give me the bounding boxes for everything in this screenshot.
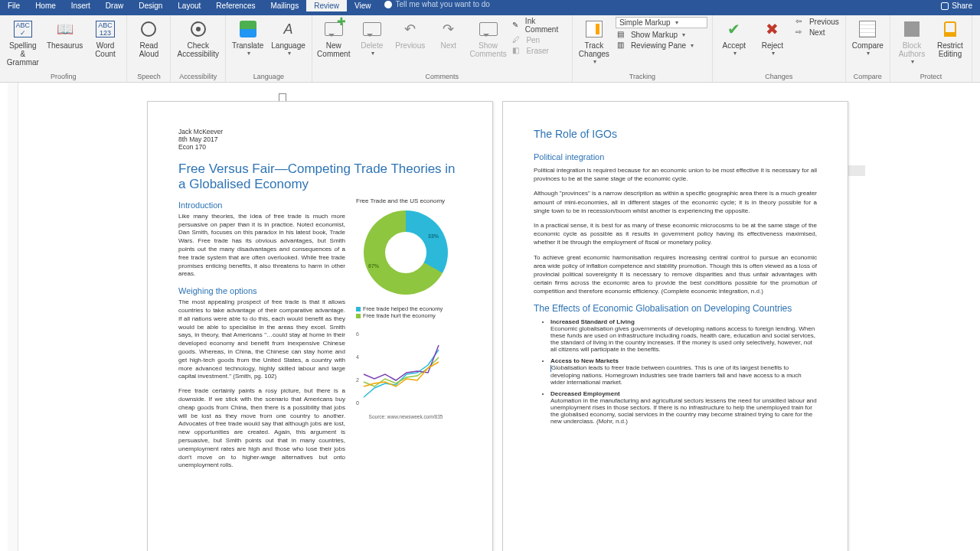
page-1[interactable]: Jack McKeever 8th May 2017 Econ 170 Free… [147, 101, 493, 551]
restrict-editing-icon [944, 21, 956, 37]
chart-source: Source: www.newsweek.com/835 [356, 414, 456, 419]
group-compare: Compare Compare [846, 15, 890, 82]
language-button[interactable]: ALanguage [270, 17, 307, 57]
show-markup-button[interactable]: ▤Show Markup [616, 30, 707, 39]
block-authors-icon [904, 21, 920, 37]
svg-text:0: 0 [356, 400, 359, 406]
para-weigh2: Free trade certainly paints a rosy pictu… [178, 387, 345, 470]
pol-p3: In a practical sense, it is best for as … [534, 221, 817, 247]
wordcount-icon: ABC123 [96, 21, 115, 37]
tab-review[interactable]: Review [306, 0, 347, 11]
group-tracking: TrackChanges Simple Markup ▤Show Markup … [573, 15, 713, 82]
ink-comment-button[interactable]: ✎Ink Comment [511, 17, 567, 34]
y-tick: 6 [356, 331, 359, 337]
comment-icon: ✚ [325, 22, 343, 36]
delete-comment-button[interactable]: Delete [355, 17, 389, 57]
group-language: Translate ALanguage Language [226, 15, 312, 82]
language-icon: A [284, 21, 293, 37]
previous-change-button[interactable]: ⇦Previous [794, 17, 841, 26]
abc-icon: ABC✓ [14, 21, 33, 37]
next-change-button[interactable]: ⇨Next [794, 28, 841, 37]
donut-chart: 33% 67% [364, 210, 448, 295]
compare-icon [859, 21, 876, 37]
doc-course: Econ 170 [178, 143, 462, 151]
heading-effects: The Effects of Economic Globalisation on… [534, 303, 817, 314]
svg-text:2: 2 [356, 377, 359, 383]
tab-layout[interactable]: Layout [170, 0, 208, 11]
next-comment-button[interactable]: ↷Next [432, 17, 466, 50]
ink-icon: ✎ [512, 21, 521, 30]
effect-item: Access to New MarketsGlobalisation leads… [550, 357, 817, 385]
group-onenote: LinkedNotes OneNote [972, 15, 980, 82]
new-comment-button[interactable]: ✚NewComment [317, 17, 351, 58]
compare-button[interactable]: Compare [851, 17, 885, 57]
tab-draw[interactable]: Draw [98, 0, 131, 11]
spelling-grammar-button[interactable]: ABC✓Spelling &Grammar [5, 17, 41, 67]
reject-icon: ✖ [766, 20, 779, 38]
check-accessibility-button[interactable]: CheckAccessibility [175, 17, 220, 58]
donut-title: Free Trade and the US economy [356, 197, 456, 204]
track-changes-icon [586, 21, 603, 37]
vertical-ruler [8, 83, 18, 551]
document-workspace[interactable]: 1234567 Jack McKeever 8th May 2017 Econ … [18, 83, 980, 551]
doc-author: Jack McKeever [178, 128, 462, 135]
doc-title: Free Versus Fair—Competing Trade Theorie… [178, 161, 462, 193]
ribbon: ABC✓Spelling &Grammar 📖Thesaurus ABC123W… [0, 15, 980, 83]
para-weigh1: The most appealing prospect of free trad… [178, 298, 345, 381]
para-intro: Like many theories, the idea of free tra… [178, 213, 345, 279]
restrict-editing-button[interactable]: RestrictEditing [933, 17, 967, 58]
pol-p2: Although "provinces" is a narrow descrip… [534, 189, 817, 215]
read-aloud-button[interactable]: ReadAloud [132, 17, 165, 58]
effects-list: Increased Standard of LivingEconomic glo… [534, 318, 817, 424]
show-markup-icon: ▤ [617, 30, 628, 39]
thesaurus-icon: 📖 [57, 21, 74, 37]
effect-item: Increased Standard of LivingEconomic glo… [550, 318, 817, 353]
reject-button[interactable]: ✖Reject [756, 17, 789, 57]
thesaurus-button[interactable]: 📖Thesaurus [46, 17, 84, 50]
tab-design[interactable]: Design [131, 0, 170, 11]
group-accessibility: CheckAccessibility Accessibility [171, 15, 225, 82]
heading-political: Political integration [534, 152, 817, 161]
pen-button[interactable]: 🖊Pen [511, 35, 567, 44]
tell-me-search[interactable]: Tell me what you want to do [384, 0, 489, 8]
eraser-button[interactable]: ◧Eraser [511, 46, 567, 55]
heading-weigh: Weighing the options [178, 286, 345, 295]
delete-comment-icon [363, 22, 381, 36]
read-aloud-icon [141, 21, 156, 37]
share-button[interactable]: Share [933, 0, 980, 11]
track-changes-button[interactable]: TrackChanges [577, 17, 611, 65]
tab-view[interactable]: View [347, 0, 379, 11]
accept-button[interactable]: ✔Accept [717, 17, 751, 57]
show-comments-icon [479, 22, 498, 36]
markup-dropdown[interactable]: Simple Markup [616, 17, 707, 28]
page-2[interactable]: The Role of IGOs Political integration P… [502, 101, 848, 551]
group-comments: ✚NewComment Delete ↶Previous ↷Next ShowC… [312, 15, 573, 82]
tab-mailings[interactable]: Mailings [263, 0, 306, 11]
group-changes: ✔Accept ✖Reject ⇦Previous ⇨Next Changes [713, 15, 846, 82]
prev-arrow-icon: ↶ [404, 21, 416, 37]
linked-notes-button[interactable]: LinkedNotes [977, 17, 980, 58]
eraser-icon: ◧ [512, 46, 523, 55]
previous-comment-button[interactable]: ↶Previous [394, 17, 427, 50]
donut-legend: Free trade helped the economy Free trade… [356, 305, 456, 319]
group-speech: ReadAloud Speech [127, 15, 171, 82]
accessibility-icon [191, 21, 206, 37]
pol-p4: To achieve great economic harmonisation … [534, 253, 817, 296]
heading-role-igos: The Role of IGOs [534, 128, 817, 140]
block-authors-button[interactable]: BlockAuthors [895, 17, 929, 65]
reviewing-pane-button[interactable]: ▥Reviewing Pane [616, 41, 707, 50]
pen-icon: 🖊 [512, 35, 523, 44]
heading-intro: Introduction [178, 201, 345, 210]
tab-file[interactable]: File [0, 0, 28, 11]
tab-insert[interactable]: Insert [64, 0, 98, 11]
share-icon [941, 2, 949, 10]
translate-icon [240, 21, 256, 37]
show-comments-button[interactable]: ShowComments [470, 17, 507, 58]
effect-item: Decreased EmploymentAutomation in the ma… [550, 390, 817, 425]
tab-home[interactable]: Home [28, 0, 64, 11]
lightbulb-icon [384, 1, 392, 8]
translate-button[interactable]: Translate [230, 17, 265, 57]
doc-date: 8th May 2017 [178, 135, 462, 143]
word-count-button[interactable]: ABC123WordCount [88, 17, 122, 58]
tab-references[interactable]: References [208, 0, 263, 11]
